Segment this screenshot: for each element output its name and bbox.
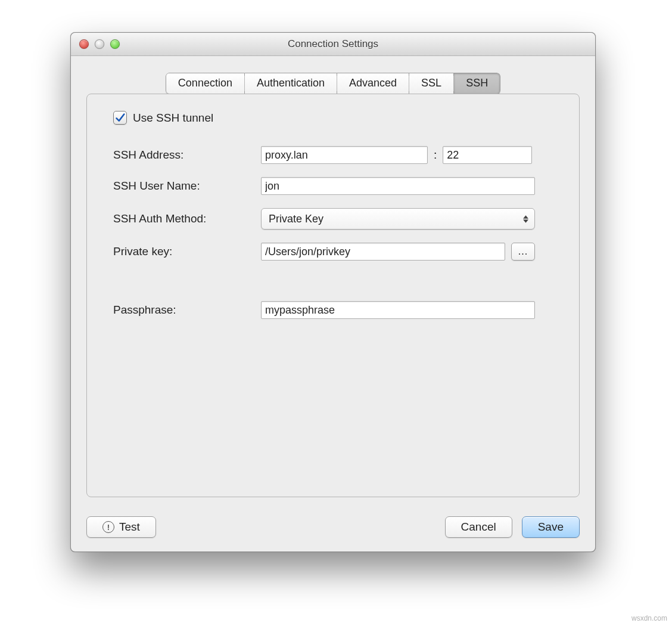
- passphrase-label: Passphrase:: [113, 303, 250, 317]
- svg-marker-0: [523, 215, 528, 218]
- watermark: wsxdn.com: [631, 614, 667, 622]
- address-port-separator: :: [434, 148, 437, 162]
- tab-connection[interactable]: Connection: [166, 73, 245, 94]
- tab-authentication[interactable]: Authentication: [245, 73, 337, 94]
- ssh-auth-method-select[interactable]: Private Key: [261, 208, 535, 230]
- ssh-auth-method-label: SSH Auth Method:: [113, 212, 250, 225]
- tab-advanced[interactable]: Advanced: [337, 73, 409, 94]
- private-key-label: Private key:: [113, 245, 250, 258]
- test-button-label: Test: [119, 520, 140, 534]
- tab-ssh[interactable]: SSH: [454, 73, 500, 94]
- cancel-button[interactable]: Cancel: [445, 516, 512, 538]
- private-key-input[interactable]: [261, 243, 505, 261]
- save-button[interactable]: Save: [522, 516, 580, 538]
- use-ssh-tunnel-label: Use SSH tunnel: [133, 111, 213, 125]
- ssh-username-input[interactable]: [261, 177, 535, 195]
- tab-ssl[interactable]: SSL: [409, 73, 454, 94]
- select-caret-icon: [523, 215, 528, 223]
- tabs: Connection Authentication Advanced SSL S…: [166, 73, 500, 94]
- ssh-pane: Use SSH tunnel SSH Address: : SSH User N…: [86, 94, 580, 497]
- checkmark-icon: [115, 113, 125, 123]
- use-ssh-tunnel-checkbox[interactable]: [113, 111, 127, 125]
- exclamation-icon: !: [102, 521, 114, 533]
- window-title: Connection Settings: [71, 38, 595, 50]
- svg-marker-1: [523, 219, 528, 222]
- ssh-address-input[interactable]: [261, 146, 428, 164]
- ssh-port-input[interactable]: [443, 146, 532, 164]
- test-button[interactable]: ! Test: [86, 516, 156, 538]
- ssh-username-label: SSH User Name:: [113, 179, 250, 193]
- titlebar: Connection Settings: [71, 33, 595, 56]
- ssh-address-label: SSH Address:: [113, 148, 250, 162]
- browse-private-key-button[interactable]: ...: [511, 243, 535, 261]
- passphrase-input[interactable]: [261, 301, 535, 319]
- ssh-auth-method-value: Private Key: [269, 213, 323, 225]
- connection-settings-window: Connection Settings Connection Authentic…: [70, 32, 596, 552]
- dialog-footer: ! Test Cancel Save: [86, 516, 580, 538]
